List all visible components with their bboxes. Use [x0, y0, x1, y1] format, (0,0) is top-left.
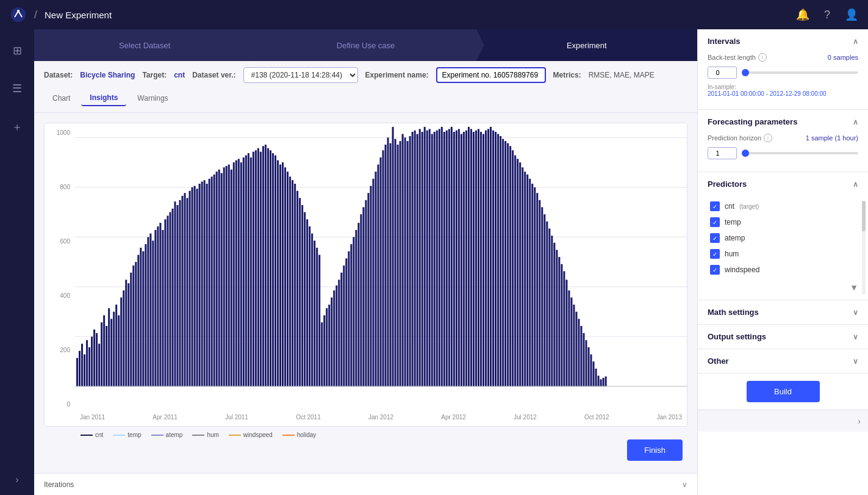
predictor-hum-checkbox[interactable]: ✓: [710, 249, 720, 259]
svg-rect-191: [524, 172, 526, 386]
forecasting-header[interactable]: Forecasting parameters ∧: [698, 110, 868, 134]
step-experiment[interactable]: Experiment: [476, 29, 697, 61]
svg-rect-175: [485, 131, 487, 386]
predictors-header[interactable]: Predictors ∧: [698, 172, 868, 196]
back-test-label: Back-test length i: [708, 53, 767, 62]
svg-rect-38: [149, 234, 151, 386]
user-icon[interactable]: 👤: [845, 8, 858, 21]
prediction-slider[interactable]: [742, 152, 858, 154]
left-sidebar: ⊞ ☰ ＋ ›: [0, 29, 34, 495]
section-predictors: Predictors ∧ ✓ cnt (target) ✓ temp ✓: [698, 172, 868, 300]
svg-rect-90: [277, 161, 279, 386]
y-axis: 1000 800 600 400 200 0: [45, 123, 75, 408]
math-settings-header[interactable]: Math settings ∨: [698, 300, 868, 324]
svg-rect-172: [478, 129, 479, 386]
svg-point-0: [11, 7, 26, 22]
svg-rect-221: [598, 376, 600, 386]
intervals-header[interactable]: Intervals ∧: [698, 29, 868, 53]
notification-icon[interactable]: 🔔: [796, 8, 809, 21]
svg-rect-206: [561, 264, 562, 386]
back-test-slider[interactable]: [742, 71, 858, 74]
chart-inner: [75, 123, 687, 408]
predictors-expand-icon[interactable]: ▼: [850, 283, 858, 292]
svg-rect-109: [323, 316, 325, 387]
breadcrumb-slash: /: [34, 9, 37, 21]
other-chevron-icon: ∨: [853, 357, 858, 366]
build-button[interactable]: Build: [747, 381, 820, 402]
svg-rect-194: [531, 184, 533, 386]
predictors-scrollbar-track[interactable]: [862, 201, 866, 295]
sidebar-dashboard-icon[interactable]: ⊞: [8, 39, 27, 62]
dataset-version-select[interactable]: #138 (2020-11-18 14:28:44): [243, 67, 358, 83]
svg-rect-17: [98, 344, 100, 386]
tab-warnings[interactable]: Warnings: [129, 90, 176, 106]
svg-rect-158: [443, 132, 445, 386]
predictor-atemp-checkbox[interactable]: ✓: [710, 233, 720, 243]
prediction-horizon-info-icon[interactable]: i: [764, 134, 772, 142]
svg-rect-116: [340, 273, 342, 386]
tab-chart[interactable]: Chart: [44, 90, 79, 106]
svg-rect-149: [421, 132, 423, 386]
predictor-temp-checkbox[interactable]: ✓: [710, 217, 720, 227]
svg-rect-114: [335, 286, 337, 386]
svg-rect-203: [553, 243, 555, 386]
svg-rect-204: [556, 250, 558, 386]
chart-svg: [75, 123, 687, 408]
svg-rect-222: [600, 379, 602, 386]
svg-rect-121: [353, 237, 354, 386]
prediction-input[interactable]: [708, 147, 737, 159]
predictor-cnt-checkbox[interactable]: ✓: [710, 201, 720, 211]
svg-rect-59: [201, 182, 203, 387]
svg-rect-193: [529, 179, 531, 386]
svg-rect-180: [497, 134, 499, 386]
section-intervals: Intervals ∧ Back-test length i 0 samples…: [698, 29, 868, 110]
svg-rect-55: [192, 187, 193, 386]
sidebar-add-icon[interactable]: ＋: [7, 115, 27, 139]
sidebar-expand-icon[interactable]: ›: [15, 474, 18, 485]
output-settings-header[interactable]: Output settings ∨: [698, 325, 868, 349]
right-panel-bottom-expand[interactable]: ›: [698, 410, 868, 432]
svg-rect-205: [558, 257, 560, 386]
svg-rect-177: [490, 127, 492, 386]
predictors-expand-row: ▼: [708, 283, 858, 292]
svg-rect-208: [565, 280, 567, 386]
section-other: Other ∨: [698, 349, 868, 374]
other-header[interactable]: Other ∨: [698, 349, 868, 373]
svg-rect-196: [536, 193, 538, 386]
svg-rect-163: [456, 131, 457, 386]
svg-rect-11: [84, 355, 85, 386]
app-logo: [10, 6, 27, 23]
tab-insights[interactable]: Insights: [81, 90, 126, 106]
metrics-label: Metrics:: [553, 71, 581, 79]
chart-container: 1000 800 600 400 200 0: [44, 123, 687, 427]
svg-rect-47: [171, 209, 173, 386]
help-icon[interactable]: ?: [824, 9, 830, 21]
step-define-use-case[interactable]: Define Use case: [255, 29, 476, 61]
svg-rect-41: [157, 226, 159, 386]
predictor-windspeed-checkbox[interactable]: ✓: [710, 265, 720, 275]
back-test-input[interactable]: [708, 67, 737, 79]
y-label-800: 800: [47, 184, 70, 190]
bottom-bar-expand-icon[interactable]: ∨: [682, 480, 687, 489]
experiment-name-input[interactable]: [436, 67, 546, 83]
svg-rect-78: [248, 153, 249, 386]
sidebar-table-icon[interactable]: ☰: [7, 77, 27, 100]
svg-rect-85: [265, 145, 267, 386]
svg-rect-13: [88, 347, 90, 386]
top-nav: / New Experiment 🔔 ? 👤: [0, 0, 868, 29]
back-test-info-icon[interactable]: i: [758, 53, 767, 62]
svg-rect-160: [448, 129, 450, 386]
x-label-jan2013: Jan 2013: [657, 414, 682, 421]
svg-rect-49: [176, 205, 178, 386]
svg-rect-130: [375, 172, 376, 386]
step-select-dataset[interactable]: Select Dataset: [34, 29, 255, 61]
svg-rect-14: [91, 337, 93, 387]
svg-rect-54: [189, 191, 191, 386]
svg-rect-21: [108, 308, 110, 386]
prediction-horizon-row: Prediction horizon i 1 sample (1 hour): [708, 134, 858, 142]
prediction-value: 1 sample (1 hour): [806, 134, 858, 142]
x-label-jan2012: Jan 2012: [368, 414, 393, 421]
finish-button[interactable]: Finish: [627, 439, 683, 461]
svg-rect-144: [409, 136, 411, 386]
svg-rect-33: [137, 255, 139, 387]
